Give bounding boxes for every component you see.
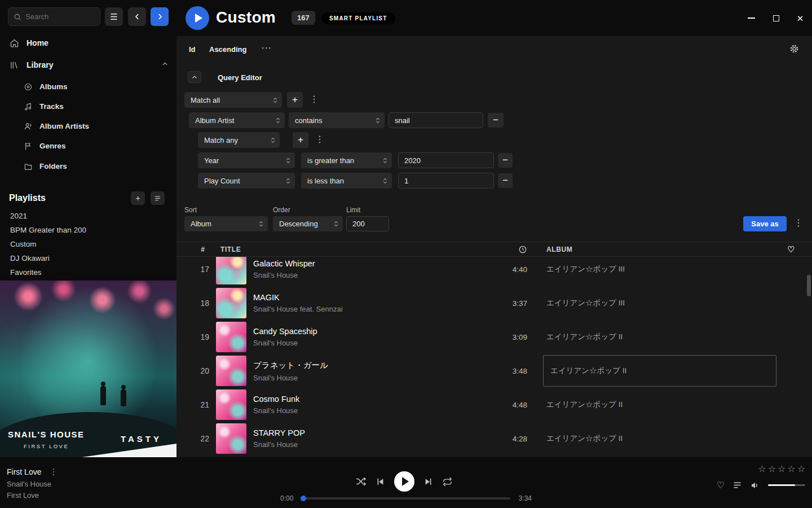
playlist-item[interactable]: Custom (0, 237, 176, 251)
volume-fill (768, 484, 795, 486)
seek-handle[interactable] (301, 496, 306, 501)
limit-input[interactable] (346, 216, 389, 231)
remove-rule-button[interactable]: − (498, 153, 513, 168)
rule-value-input[interactable] (398, 152, 494, 168)
volume-button[interactable] (750, 480, 760, 491)
chevron-up-icon (161, 60, 169, 68)
clock-icon (518, 245, 527, 254)
rule-operator-dropdown[interactable]: is less than (301, 173, 392, 189)
rule-field-dropdown[interactable]: Album Artist (189, 112, 285, 128)
close-button[interactable]: ✕ (794, 12, 806, 24)
star-icon[interactable]: ☆ (778, 463, 785, 474)
nav-forward-button[interactable] (151, 7, 169, 26)
table-row[interactable]: 19 Candy SpaceshipSnail's House 3:09 エイリ… (176, 320, 812, 354)
table-row[interactable]: 22 STARRY POPSnail's House 4:28 エイリアン☆ポッ… (176, 422, 812, 456)
sort-order-button[interactable]: Ascending (209, 45, 246, 54)
queue-button[interactable] (732, 480, 742, 490)
table-row[interactable]: 20 プラネット・ガールSnail's House 3:48 エイリアン☆ポップ… (176, 354, 812, 388)
page-title: Custom (216, 8, 276, 27)
repeat-icon (442, 476, 453, 487)
maximize-button[interactable] (770, 12, 782, 24)
limit-label: Limit (346, 206, 360, 214)
match-any-dropdown[interactable]: Match any (198, 132, 280, 148)
query-editor-collapse-button[interactable] (188, 71, 201, 83)
playlist-item[interactable]: BPM Greater than 200 (0, 223, 176, 237)
rule-operator-dropdown[interactable]: is greater than (301, 152, 392, 168)
rule-value-input[interactable] (389, 112, 483, 128)
column-duration[interactable] (487, 245, 546, 254)
search-input[interactable] (25, 12, 95, 21)
star-icon[interactable]: ☆ (758, 463, 766, 474)
column-album[interactable]: ALBUM (546, 246, 572, 253)
updown-icon (259, 220, 263, 227)
volume-slider[interactable] (768, 484, 805, 486)
save-options-button[interactable]: ⋮ (794, 218, 803, 227)
order-dropdown[interactable]: Descending (273, 216, 343, 231)
track-number: 22 (190, 434, 216, 443)
scrollbar-thumb[interactable] (807, 275, 811, 296)
sort-dropdown[interactable]: Album (184, 216, 268, 231)
sort-field-button[interactable]: Id (189, 45, 196, 54)
table-row[interactable]: 17 Galactic WhisperSnail's House 4:40 エイ… (176, 257, 812, 286)
rule-operator-dropdown[interactable]: contains (289, 112, 385, 128)
rule-value-input[interactable] (398, 173, 494, 189)
save-as-button[interactable]: Save as (743, 216, 787, 231)
repeat-button[interactable] (442, 476, 453, 487)
seek-bar[interactable] (302, 497, 510, 500)
more-options-button[interactable]: ⋯ (261, 42, 272, 54)
rule-field-dropdown[interactable]: Year (198, 152, 295, 168)
add-rule-button[interactable]: + (287, 92, 303, 108)
flag-icon (24, 142, 33, 151)
sidebar-item-home[interactable]: Home (0, 33, 176, 53)
sidebar-item-library[interactable]: Library (0, 55, 176, 75)
chevron-left-icon (133, 12, 142, 21)
total-time: 3:34 (517, 494, 532, 502)
star-icon[interactable]: ☆ (797, 463, 805, 474)
sidebar-item-albums[interactable]: Albums (0, 77, 176, 96)
add-subrule-button[interactable]: + (293, 132, 308, 148)
table-row[interactable]: 18 MAGIKSnail's House feat. Sennzai 3:37… (176, 286, 812, 320)
folder-icon (24, 162, 33, 171)
playlist-list-button[interactable] (151, 191, 165, 205)
gear-icon (789, 43, 800, 54)
plus-icon: + (292, 94, 298, 106)
sidebar-item-tracks[interactable]: Tracks (0, 97, 176, 116)
remove-rule-button[interactable]: − (488, 113, 504, 128)
remove-rule-button[interactable]: − (498, 173, 513, 188)
sidebar-item-folders[interactable]: Folders (0, 157, 176, 176)
table-row[interactable]: 21 Cosmo FunkSnail's House 4:48 エイリアン☆ポッ… (176, 388, 812, 422)
menu-button[interactable]: ☰ (105, 7, 123, 26)
previous-track-button[interactable] (376, 477, 385, 487)
nav-back-button[interactable] (128, 7, 146, 26)
add-playlist-button[interactable]: + (131, 191, 145, 205)
minimize-icon (748, 17, 755, 19)
sidebar-item-genres[interactable]: Genres (0, 137, 176, 155)
star-icon[interactable]: ☆ (787, 463, 795, 474)
playlist-item[interactable]: 2021 (0, 209, 176, 223)
play-pause-button[interactable] (394, 471, 414, 492)
playlist-item[interactable]: Favorites (0, 265, 176, 279)
subgroup-options-button[interactable]: ⋮ (315, 135, 324, 144)
shuffle-button[interactable] (355, 476, 367, 487)
next-track-button[interactable] (423, 477, 433, 487)
next-icon (423, 477, 433, 487)
rule-field-dropdown[interactable]: Play Count (198, 173, 295, 189)
play-playlist-button[interactable] (186, 6, 209, 30)
favorite-button[interactable]: ♡ (717, 480, 725, 491)
column-index[interactable]: # (190, 246, 216, 253)
plus-icon: + (298, 134, 303, 146)
now-playing-options-button[interactable]: ⋮ (49, 467, 58, 477)
group-options-button[interactable]: ⋮ (310, 95, 319, 104)
sidebar-item-album-artists[interactable]: Album Artists (0, 117, 176, 135)
track-album-editing[interactable]: エイリアン☆ポップ II (543, 355, 776, 387)
star-icon[interactable]: ☆ (768, 463, 776, 474)
column-title[interactable]: TITLE (216, 246, 487, 253)
playlist-item[interactable]: DJ Okawari (0, 251, 176, 265)
match-all-dropdown[interactable]: Match all (184, 92, 282, 108)
minimize-button[interactable] (745, 12, 757, 24)
library-collapse-button[interactable] (161, 60, 169, 68)
now-playing-artwork[interactable]: SNAIL'S HOUSE FIRST LOVE TASTY (0, 281, 176, 457)
dropdown-value: is less than (307, 177, 344, 185)
heart-column-icon[interactable]: ♡ (787, 244, 795, 255)
settings-button[interactable] (789, 43, 800, 54)
